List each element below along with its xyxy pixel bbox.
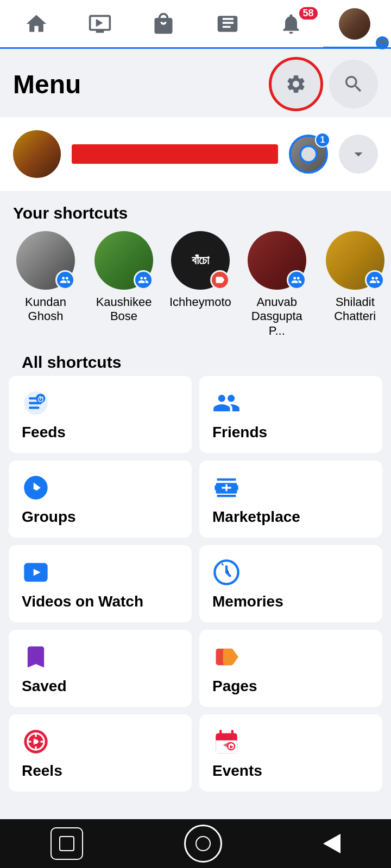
nav-notifications[interactable]: 58	[259, 0, 323, 48]
shortcut-kundan[interactable]: Kundan Ghosh	[13, 231, 78, 338]
shortcut-avatar	[16, 231, 75, 290]
feeds-label: Feeds	[22, 424, 179, 441]
menu-header: Menu	[0, 49, 391, 117]
shortcut-kaushikee[interactable]: Kaushikee Bose	[91, 231, 156, 338]
shortcut-card-videos-on-watch[interactable]: Videos on Watch	[9, 545, 192, 622]
user-avatar[interactable]	[13, 130, 61, 178]
shortcut-card-reels[interactable]: Reels	[9, 714, 192, 792]
nav-marketplace[interactable]	[132, 0, 195, 48]
shortcut-card-groups[interactable]: Groups	[9, 461, 192, 538]
svg-rect-2	[29, 397, 37, 399]
marketplace-label: Marketplace	[212, 508, 369, 526]
nav-icons: 58	[4, 0, 387, 48]
shortcut-card-memories[interactable]: Memories	[199, 545, 382, 622]
shortcut-badge-page	[210, 270, 230, 290]
settings-button[interactable]	[272, 60, 320, 108]
shortcut-avatar	[326, 231, 384, 290]
groups-label: Groups	[22, 508, 179, 526]
nav-groups[interactable]	[195, 0, 259, 48]
pages-icon	[212, 643, 241, 671]
nav-profile[interactable]	[323, 0, 387, 48]
shortcut-card-marketplace[interactable]: Marketplace	[199, 461, 382, 538]
memories-icon	[212, 558, 241, 586]
all-shortcuts-label: All shortcuts	[9, 347, 382, 376]
nav-home[interactable]	[4, 0, 68, 48]
svg-rect-18	[216, 737, 237, 741]
friends-icon	[212, 389, 241, 417]
shortcuts-row: Kundan Ghosh Kaushikee Bose বাঁচো Ichhey…	[0, 227, 391, 347]
saved-label: Saved	[22, 678, 179, 695]
reels-label: Reels	[22, 762, 179, 780]
back-button[interactable]	[323, 834, 340, 853]
profile-expand-button[interactable]	[339, 135, 378, 174]
profile-section: 1	[0, 117, 391, 191]
story-icon[interactable]: 1	[289, 135, 328, 174]
shortcut-shiladit[interactable]: Shiladit Chatteri	[323, 231, 388, 338]
top-navigation: 58	[0, 0, 391, 49]
shortcut-name: Ichheymoto	[169, 295, 231, 309]
pages-label: Pages	[212, 678, 369, 695]
all-shortcuts-section: All shortcuts ⏱ Feeds	[0, 347, 391, 799]
events-icon	[212, 727, 241, 756]
profile-avatar-nav	[339, 8, 370, 40]
shortcut-card-saved[interactable]: Saved	[9, 630, 192, 707]
svg-rect-4	[29, 407, 40, 409]
header-actions	[272, 60, 378, 108]
friends-label: Friends	[212, 424, 369, 441]
reels-icon	[22, 727, 50, 756]
story-badge: 1	[315, 132, 330, 148]
shortcut-badge-people	[365, 270, 384, 290]
shortcut-card-pages[interactable]: Pages	[199, 630, 382, 707]
shortcut-name: Kaushikee Bose	[91, 295, 156, 324]
videos-on-watch-label: Videos on Watch	[22, 593, 179, 610]
groups-icon	[22, 474, 50, 502]
videos-on-watch-icon	[22, 558, 50, 586]
shortcut-card-events[interactable]: Events	[199, 714, 382, 792]
shortcuts-grid: ⏱ Feeds Friends Groups	[9, 376, 382, 799]
page-title: Menu	[13, 69, 81, 99]
marketplace-icon	[212, 474, 241, 502]
home-button[interactable]	[184, 825, 222, 863]
nav-watch[interactable]	[68, 0, 131, 48]
shortcut-name: Anuvab Dasgupta P...	[244, 295, 310, 338]
your-shortcuts-label: Your shortcuts	[0, 197, 391, 227]
shortcut-avatar	[248, 231, 306, 290]
bottom-navigation	[0, 819, 391, 868]
shortcut-name: Kundan Ghosh	[13, 295, 78, 324]
profile-name-redacted	[72, 144, 278, 164]
shortcut-badge-people	[287, 270, 306, 290]
svg-point-0	[300, 146, 317, 162]
shortcut-badge-people	[134, 270, 153, 290]
notification-badge: 58	[299, 7, 318, 20]
shortcut-anuvab[interactable]: Anuvab Dasgupta P...	[244, 231, 310, 338]
svg-text:⏱: ⏱	[37, 395, 44, 404]
shortcut-card-friends[interactable]: Friends	[199, 376, 382, 453]
your-shortcuts-section: Your shortcuts Kundan Ghosh Kaushikee Bo…	[0, 197, 391, 347]
shortcut-name: Shiladit Chatteri	[323, 295, 388, 324]
shortcut-badge-people	[55, 270, 75, 290]
events-label: Events	[212, 762, 369, 780]
memories-label: Memories	[212, 593, 369, 610]
feeds-icon: ⏱	[22, 389, 50, 417]
saved-icon	[22, 643, 50, 671]
shortcut-card-feeds[interactable]: ⏱ Feeds	[9, 376, 192, 453]
recent-apps-button[interactable]	[51, 827, 83, 860]
shortcut-ichheymoto[interactable]: বাঁচো Ichheymoto	[169, 231, 231, 338]
search-button[interactable]	[329, 60, 378, 108]
shortcut-avatar	[94, 231, 153, 290]
shortcut-avatar: বাঁচো	[171, 231, 230, 290]
